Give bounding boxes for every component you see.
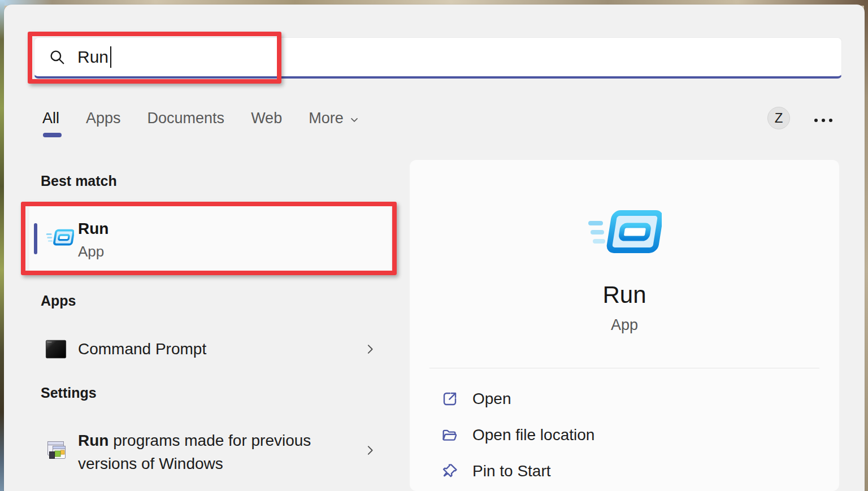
pin-icon: [441, 462, 459, 480]
windows-search-overlay: Run All Apps Documents Web More Z Best m…: [0, 0, 868, 491]
tab-label: Documents: [147, 110, 225, 127]
result-title: Run programs made for previous versions …: [78, 429, 341, 475]
result-title: Command Prompt: [78, 340, 206, 358]
tab-label: More: [309, 110, 344, 127]
chevron-right-icon[interactable]: [364, 343, 376, 355]
run-app-icon: [46, 224, 74, 251]
best-match-result-run[interactable]: Run App: [29, 205, 391, 273]
active-tab-indicator: [43, 133, 62, 137]
action-pin-to-start[interactable]: Pin to Start: [433, 455, 815, 487]
run-app-icon-large: [587, 208, 662, 256]
tab-web[interactable]: Web: [251, 110, 282, 137]
section-title-settings: Settings: [41, 385, 97, 401]
result-run-compatibility[interactable]: Run programs made for previous versions …: [29, 423, 391, 480]
result-subtitle: App: [78, 243, 104, 260]
tab-label: Apps: [86, 110, 121, 127]
desktop-wallpaper-edge-right: [864, 0, 868, 491]
tab-label: All: [42, 110, 59, 127]
compatibility-icon: [45, 440, 68, 462]
preview-subtitle: App: [410, 316, 839, 334]
tab-label: Web: [251, 110, 282, 127]
tab-more[interactable]: More: [309, 110, 360, 137]
result-command-prompt[interactable]: Command Prompt: [29, 331, 391, 367]
command-prompt-icon: [45, 338, 67, 360]
action-open-file-location[interactable]: Open file location: [433, 419, 815, 451]
action-label: Pin to Start: [472, 462, 551, 480]
tab-apps[interactable]: Apps: [86, 110, 121, 137]
section-title-best-match: Best match: [41, 173, 117, 189]
section-title-apps: Apps: [41, 293, 76, 309]
divider: [429, 368, 819, 368]
avatar-letter: Z: [775, 110, 783, 126]
action-open[interactable]: Open: [433, 383, 815, 415]
open-icon: [441, 390, 459, 408]
chevron-down-icon: [349, 114, 360, 125]
folder-open-icon: [441, 426, 459, 444]
filter-tabs: All Apps Documents Web More: [42, 110, 360, 137]
tab-documents[interactable]: Documents: [147, 110, 225, 137]
search-icon: [49, 49, 66, 66]
text-cursor: [110, 46, 111, 68]
preview-title: Run: [410, 281, 839, 308]
search-input[interactable]: Run: [34, 37, 842, 79]
chevron-right-icon[interactable]: [364, 444, 376, 457]
action-label: Open file location: [472, 426, 594, 444]
tab-all[interactable]: All: [42, 110, 59, 137]
preview-pane: Run App Open Open file location: [410, 160, 839, 491]
search-input-value[interactable]: Run: [77, 47, 108, 67]
action-label: Open: [472, 390, 511, 408]
selection-accent-bar: [34, 223, 37, 254]
more-options-button[interactable]: [812, 116, 835, 124]
user-avatar[interactable]: Z: [767, 107, 790, 129]
result-title: Run: [78, 220, 108, 238]
